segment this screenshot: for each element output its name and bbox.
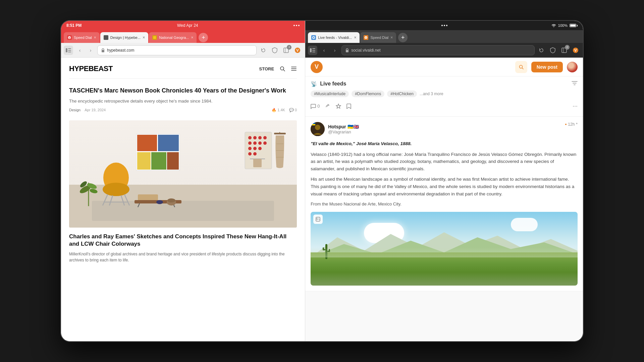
vivaldi-button-left[interactable]: V (293, 46, 302, 55)
tab-label-hypebeast: Design | Hypebe... (110, 36, 141, 40)
tab-speed-dial-right[interactable]: V Speed Dial × (360, 32, 396, 43)
svg-rect-70 (312, 50, 315, 51)
star-action[interactable] (336, 104, 341, 109)
reload-button-left[interactable] (259, 46, 267, 54)
social-search-button[interactable] (515, 61, 527, 73)
new-post-button[interactable]: New post (531, 62, 563, 72)
article-1-title[interactable]: TASCHEN's Marc Newson Book Chronicles 40… (69, 87, 297, 95)
tab-favicon-livefeeds (311, 35, 316, 40)
tab-close-speeddial-right[interactable]: × (390, 35, 393, 40)
article-2: Charles and Ray Eames' Sketches and Conc… (69, 233, 297, 263)
svg-line-24 (121, 195, 124, 205)
shield-button-right[interactable] (548, 46, 557, 55)
vivaldi-logo-icon: V (68, 36, 71, 39)
user-avatar-header[interactable] (567, 62, 578, 72)
svg-point-43 (258, 141, 262, 145)
article-1-category: Design (69, 108, 80, 112)
article-2-title[interactable]: Charles and Ray Eames' Sketches and Conc… (69, 233, 297, 248)
coffee-table (131, 188, 185, 209)
reload-button-right[interactable] (537, 46, 545, 54)
hypebeast-content: HYPEBEAST STORE (61, 58, 305, 341)
menu-icon-hypebeast[interactable] (291, 66, 297, 72)
tab-favicon-speeddial: V (67, 35, 72, 40)
pegboard (243, 130, 273, 172)
post-paragraph-2: His art used the Mexican landscape as a … (311, 176, 578, 197)
post-body: "El valle de Mexico," José María Velasco… (311, 140, 578, 208)
toolbar-icons-left: 3 V (270, 46, 302, 55)
sidebar-toggle-right[interactable] (308, 46, 317, 55)
svg-point-21 (103, 183, 129, 196)
tab-close-natgeo[interactable]: × (191, 35, 193, 40)
hashtag-hotchicken[interactable]: #HotChicken (387, 90, 417, 97)
username-text: Hotspur (328, 124, 346, 129)
post-user-avatar[interactable] (311, 122, 325, 136)
post-quote: "El valle de Mexico," José María Velasco… (311, 140, 578, 147)
vivaldi-button-right[interactable]: V (571, 46, 580, 55)
post-username: Hotspur 🇺🇦🇬🇧 (328, 124, 359, 129)
tab-label-speeddial: Speed Dial (74, 36, 92, 40)
social-header-actions: New post (515, 61, 578, 73)
comment-icon (311, 104, 316, 109)
svg-point-93 (317, 218, 318, 219)
forward-button-right[interactable]: › (331, 46, 339, 54)
article-1-fire-count: 🔥 1.4K (272, 108, 285, 112)
tab-close-hypebeast[interactable]: × (143, 35, 145, 40)
store-link[interactable]: STORE (259, 66, 274, 71)
comment-action[interactable]: 0 (311, 104, 320, 109)
landscape-painting (311, 212, 578, 286)
tab-speed-dial-left[interactable]: V Speed Dial × (64, 32, 100, 43)
status-right-icons: 100% (551, 23, 578, 27)
svg-point-44 (263, 141, 267, 145)
star-icon (336, 104, 341, 109)
svg-point-65 (313, 37, 314, 38)
sidebar-toggle-left[interactable] (64, 46, 73, 55)
svg-rect-5 (68, 50, 71, 51)
back-button-left[interactable]: ‹ (76, 46, 84, 54)
right-tabs-bar: Live feeds - Vivaldi... × V Speed Dial ×… (305, 30, 583, 43)
tab-close-livefeeds[interactable]: × (354, 35, 356, 40)
left-address-bar: ‹ › hypebeast.com (61, 43, 305, 58)
article-1-desc: The encyclopedic retrospective details e… (69, 98, 297, 105)
room-scene (69, 120, 297, 228)
image-description-icon (316, 217, 320, 222)
post-more-button[interactable]: ··· (573, 103, 578, 110)
boost-action[interactable] (325, 104, 330, 109)
svg-rect-72 (346, 50, 348, 52)
filter-button[interactable] (572, 80, 578, 87)
panel-button-left[interactable]: 3 (281, 46, 291, 55)
live-feeds-actions: 0 (311, 100, 578, 112)
tab-close-speeddial[interactable]: × (94, 35, 96, 40)
back-button-right[interactable]: ‹ (320, 46, 328, 54)
vivaldi-icon-right: V (573, 47, 579, 53)
hashtag-musical[interactable]: #MusicalInterlude (311, 90, 349, 97)
right-browser-panel: 100% (305, 21, 583, 341)
article-1-stats: 🔥 1.4K 💬 0 (272, 108, 297, 112)
image-alt-badge[interactable] (313, 215, 323, 224)
svg-point-40 (263, 136, 267, 139)
tab-natgeo[interactable]: National Geogra... × (149, 32, 197, 43)
search-icon-hypebeast[interactable] (279, 66, 285, 72)
bookmark-action[interactable] (346, 104, 351, 109)
forward-button-left[interactable]: › (87, 46, 95, 54)
time-asterisk: * (576, 122, 578, 127)
hashtags-more[interactable]: ...and 3 more (420, 90, 443, 97)
svg-line-23 (109, 195, 113, 205)
shield-button-left[interactable] (270, 46, 279, 55)
svg-rect-13 (291, 68, 297, 69)
panel-button-right[interactable]: 2 (559, 46, 569, 55)
panel-badge-right: 2 (565, 45, 570, 50)
new-post-label: New post (537, 64, 557, 70)
svg-text:V: V (574, 48, 577, 52)
article-1-date: Apr 19, 2024 (85, 108, 106, 112)
url-bar-right[interactable]: social.vivaldi.net (341, 45, 535, 55)
hashtags-row: #MusicalInterlude #DomFlemons #HotChicke… (311, 90, 578, 97)
tab-hypebeast[interactable]: Design | Hypebe... × (100, 32, 148, 43)
hashtag-dom[interactable]: #DomFlemons (352, 90, 384, 97)
live-feeds-label: Live feeds (320, 81, 346, 87)
url-bar-left[interactable]: hypebeast.com (97, 45, 257, 55)
vivaldi-social-logo: V (311, 61, 323, 73)
new-tab-button-right[interactable]: + (398, 33, 408, 42)
left-status-bar: 8:51 PM Wed Apr 24 (61, 21, 305, 30)
new-tab-button-left[interactable]: + (199, 33, 208, 42)
tab-live-feeds[interactable]: Live feeds - Vivaldi... × (308, 32, 360, 43)
